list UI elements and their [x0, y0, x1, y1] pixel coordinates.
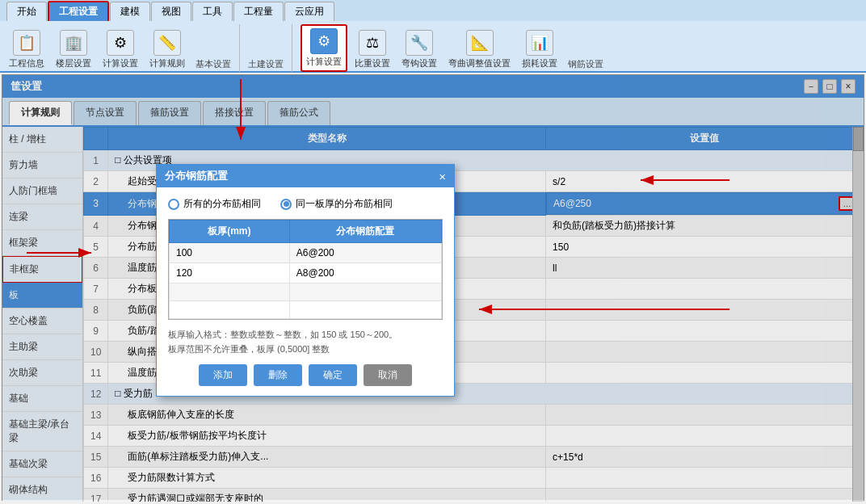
dialog-close-btn[interactable]: × [439, 170, 446, 183]
tab-gongliang[interactable]: 工程量 [233, 2, 284, 21]
tab-kaishi[interactable]: 开始 [6, 2, 47, 21]
toolbar-btn-bizhong-label: 比重设置 [355, 57, 390, 69]
toolbar-btn-sunhao[interactable]: 📊 损耗设置 [518, 27, 561, 72]
toolbar-btn-wangou[interactable]: 🔧 弯钩设置 [397, 27, 441, 72]
dialog-cell-config: A8@200 [289, 263, 441, 284]
toolbar-btn-sunhao-label: 损耗设置 [522, 57, 557, 69]
tab-yunyingyong[interactable]: 云应用 [284, 2, 334, 21]
dialog: 分布钢筋配置 × 所有的分布筋相同 同一板厚的分布筋相同 [156, 164, 455, 397]
tab-gongju[interactable]: 工具 [192, 2, 233, 21]
dialog-add-btn[interactable]: 添加 [199, 364, 247, 386]
toolbar-btn-jisuangz[interactable]: 📏 计算规则 [145, 27, 189, 72]
radio-all-same[interactable]: 所有的分布筋相同 [168, 197, 261, 211]
dialog-titlebar: 分布钢筋配置 × [157, 165, 454, 187]
tab-shitu[interactable]: 视图 [151, 2, 191, 21]
toolbar-btn-loujianshezhi[interactable]: 🏢 楼层设置 [52, 27, 95, 72]
section-label-tujian: 土建设置 [248, 58, 284, 72]
toolbar-btn-gongchengxinxi-label: 工程信息 [9, 57, 44, 69]
dialog-radio-group: 所有的分布筋相同 同一板厚的分布筋相同 [168, 197, 443, 211]
dialog-delete-btn[interactable]: 删除 [254, 364, 302, 386]
tab-jianmo[interactable]: 建模 [110, 2, 150, 21]
dialog-table-container: 板厚(mm) 分布钢筋配置 100 A6@200 120 A8@200 [168, 219, 443, 320]
toolbar-btn-wanqu-label: 弯曲调整值设置 [448, 57, 511, 69]
toolbar-btn-jisuanshezhi2-label: 计算设置 [306, 56, 342, 68]
dialog-col-thickness: 板厚(mm) [170, 220, 290, 243]
toolbar-btn-jisuanshezhi2[interactable]: ⚙ 计算设置 [301, 24, 347, 72]
toolbar-btn-loujianshezhi-label: 楼层设置 [56, 57, 91, 69]
toolbar-btn-wangou-label: 弯钩设置 [401, 57, 437, 69]
toolbar-btn-gongchengxinxi[interactable]: 📋 工程信息 [5, 27, 48, 72]
dialog-table-row[interactable]: 100 A6@200 [170, 243, 442, 263]
dialog-confirm-btn[interactable]: 确定 [309, 364, 357, 386]
tab-gongcheng[interactable]: 工程设置 [48, 1, 109, 21]
dialog-hint-line1: 板厚输入格式：整数或整数～整数，如 150 或 150～200。 [168, 328, 443, 342]
toolbar-btn-jisuanshezhi1[interactable]: ⚙ 计算设置 [99, 27, 142, 72]
dialog-table-row[interactable]: 120 A8@200 [170, 263, 442, 284]
toolbar-btn-wanqu[interactable]: 📐 弯曲调整值设置 [444, 27, 515, 72]
section-label-gangjin: 钢筋设置 [565, 58, 603, 72]
radio-same-thickness[interactable]: 同一板厚的分布筋相同 [280, 197, 393, 211]
dialog-col-config: 分布钢筋配置 [289, 220, 441, 243]
dialog-btn-row: 添加 删除 确定 取消 [168, 364, 443, 386]
toolbar-btn-bizhong[interactable]: ⚖ 比重设置 [351, 27, 394, 72]
section-label-jiben: 基本设置 [192, 58, 231, 72]
dialog-hint-line2: 板厚范围不允许重叠，板厚 (0,5000] 整数 [168, 342, 443, 357]
toolbar-btn-jisuangz-label: 计算规则 [149, 57, 185, 69]
dialog-title: 分布钢筋配置 [165, 169, 228, 183]
dialog-cancel-btn[interactable]: 取消 [364, 364, 412, 386]
toolbar-btn-jisuanshezhi1-label: 计算设置 [103, 57, 138, 69]
dialog-cell-thickness: 100 [170, 243, 290, 263]
dialog-table-row-empty [170, 284, 442, 301]
dialog-cell-config: A6@200 [289, 243, 441, 263]
dialog-cell-thickness: 120 [170, 263, 290, 284]
dialog-table-row-empty [170, 301, 442, 319]
